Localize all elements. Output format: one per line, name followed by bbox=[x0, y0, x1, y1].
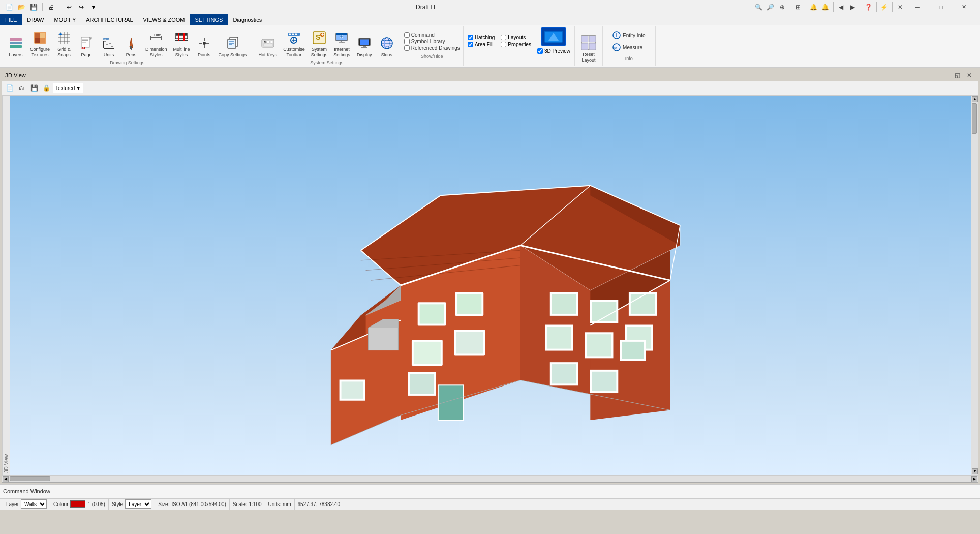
hatching-checkbox[interactable] bbox=[468, 35, 473, 40]
dimension-styles-button[interactable]: Dim DimensionStyles bbox=[143, 27, 170, 59]
units-label: Units bbox=[104, 52, 114, 58]
save-icon[interactable]: 💾 bbox=[28, 2, 39, 12]
svg-point-41 bbox=[203, 42, 206, 45]
area-fill-checkbox-row[interactable]: Area Fill bbox=[468, 42, 495, 47]
texture-value: Textured bbox=[55, 85, 75, 91]
bolt-icon[interactable]: ⚡ bbox=[879, 2, 890, 13]
menu-modify[interactable]: MODIFY bbox=[49, 14, 81, 25]
measure-button[interactable]: M Measure bbox=[610, 42, 648, 53]
search-icon[interactable]: 🔍 bbox=[753, 2, 764, 13]
layouts-checkbox[interactable] bbox=[501, 35, 506, 40]
scroll-right-button[interactable]: ▶ bbox=[971, 476, 977, 482]
referenced-drawings-checkbox-row[interactable]: Referenced Drawings bbox=[404, 45, 460, 51]
command-checkbox[interactable] bbox=[404, 32, 410, 38]
svg-rect-113 bbox=[457, 294, 481, 313]
scroll-up-button[interactable]: ▲ bbox=[972, 96, 978, 102]
arrow-right-icon[interactable]: ▶ bbox=[847, 2, 859, 13]
3d-preview-button[interactable] bbox=[541, 27, 566, 47]
menu-file[interactable]: FILE bbox=[0, 14, 22, 25]
scroll-down-button[interactable]: ▼ bbox=[972, 468, 978, 474]
skins-button[interactable]: Skins bbox=[376, 33, 397, 59]
hot-keys-button[interactable]: Alt Hot Keys bbox=[256, 33, 280, 59]
3d-preview-checkbox-row[interactable]: 3D Preview bbox=[537, 48, 570, 54]
bell2-icon[interactable]: 🔔 bbox=[820, 2, 831, 13]
entity-info-button[interactable]: i Entity Info bbox=[610, 29, 648, 41]
colour-swatch[interactable] bbox=[70, 500, 85, 508]
vertical-scrollbar[interactable]: ▲ ▼ bbox=[971, 96, 978, 475]
view-restore-button[interactable]: ◱ bbox=[952, 70, 963, 81]
3d-viewport[interactable] bbox=[10, 96, 971, 475]
pens-button[interactable]: Pens bbox=[120, 33, 142, 59]
maximize-button[interactable]: □ bbox=[929, 0, 953, 14]
internet-settings-button[interactable]: InternetSettings bbox=[331, 27, 353, 59]
close-button[interactable]: ✕ bbox=[953, 0, 976, 14]
page-button[interactable]: A4 Page bbox=[76, 33, 97, 59]
hot-keys-icon: Alt bbox=[260, 35, 276, 51]
customise-toolbar-icon bbox=[286, 29, 302, 46]
units-button[interactable]: mm Units bbox=[98, 33, 119, 59]
svg-rect-37 bbox=[175, 36, 188, 39]
redo-icon[interactable]: ↪ bbox=[76, 2, 86, 12]
dropdown-icon[interactable]: ▼ bbox=[88, 2, 99, 12]
menu-draw[interactable]: DRAW bbox=[22, 14, 49, 25]
texture-dropdown[interactable]: Textured ▼ bbox=[53, 83, 83, 93]
svg-rect-70 bbox=[336, 33, 347, 35]
symbol-library-checkbox[interactable] bbox=[404, 39, 410, 44]
configure-textures-button[interactable]: ConfigureTextures bbox=[27, 27, 52, 59]
display-button[interactable]: Display bbox=[354, 33, 375, 59]
3d-preview-checkbox[interactable] bbox=[537, 48, 543, 54]
command-checkbox-row[interactable]: Command bbox=[404, 32, 460, 38]
open-icon[interactable]: 📂 bbox=[16, 2, 26, 12]
view-save-icon[interactable]: 💾 bbox=[28, 82, 40, 94]
menu-architectural[interactable]: ARCHITECTURAL bbox=[81, 14, 138, 25]
menu-views-zoom[interactable]: VIEWS & ZOOM bbox=[138, 14, 190, 25]
grid-icon[interactable]: ⊞ bbox=[792, 2, 804, 13]
view-new-icon[interactable]: 📄 bbox=[4, 82, 15, 94]
layouts-checkbox-row[interactable]: Layouts bbox=[501, 35, 531, 40]
scroll-thumb-h[interactable] bbox=[10, 476, 50, 481]
horizontal-scrollbar[interactable]: ◀ ▶ bbox=[2, 475, 978, 482]
scale-value: 1:100 bbox=[249, 501, 262, 507]
properties-checkbox-row[interactable]: Properties bbox=[501, 42, 531, 47]
symbol-library-checkbox-row[interactable]: Symbol Library bbox=[404, 39, 460, 44]
undo-icon[interactable]: ↩ bbox=[64, 2, 74, 12]
page-icon: A4 bbox=[78, 35, 95, 51]
multiline-styles-button[interactable]: MultilineStyles bbox=[171, 27, 193, 59]
system-settings-group: Alt Hot Keys bbox=[253, 26, 401, 66]
copy-settings-button[interactable]: Copy Settings bbox=[216, 33, 250, 59]
3d-preview-checkbox-label: 3D Preview bbox=[544, 48, 570, 54]
menu-diagnostics[interactable]: Diagnostics bbox=[228, 14, 267, 25]
view-lock-icon[interactable]: 🔒 bbox=[41, 82, 52, 94]
reset-layout-button[interactable]: ResetLayout bbox=[578, 33, 599, 64]
pens-label: Pens bbox=[126, 52, 137, 58]
bell1-icon[interactable]: 🔔 bbox=[808, 2, 819, 13]
print-icon[interactable]: 🖨 bbox=[46, 2, 56, 12]
area-fill-checkbox[interactable] bbox=[468, 42, 473, 47]
new-icon[interactable]: 📄 bbox=[4, 2, 14, 12]
scroll-thumb-v[interactable] bbox=[972, 103, 977, 134]
scroll-left-button[interactable]: ◀ bbox=[3, 476, 9, 482]
zoom-icon[interactable]: 🔎 bbox=[765, 2, 776, 13]
system-settings-button[interactable]: S SystemSettings bbox=[309, 27, 330, 59]
grid-snaps-button[interactable]: Grid &Snaps bbox=[53, 27, 75, 59]
layer-dropdown[interactable]: Walls bbox=[21, 499, 47, 509]
ribbon-content: Layers ConfigureTextures bbox=[0, 25, 980, 67]
points-button[interactable]: Points bbox=[194, 33, 215, 59]
info-group-label: Info bbox=[625, 56, 633, 62]
arrow-left-icon[interactable]: ◀ bbox=[836, 2, 847, 13]
minimize-button[interactable]: ─ bbox=[906, 0, 929, 14]
customise-toolbar-button[interactable]: CustomiseToolbar bbox=[281, 27, 308, 59]
view-open-icon[interactable]: 🗂 bbox=[16, 82, 27, 94]
viewport-container: 3D View bbox=[2, 96, 978, 475]
layers-button[interactable]: Layers bbox=[5, 33, 26, 59]
zoom2-icon[interactable]: ⊕ bbox=[777, 2, 788, 13]
menu-settings[interactable]: SETTINGS bbox=[190, 14, 228, 25]
hatching-checkbox-row[interactable]: Hatching bbox=[468, 35, 495, 40]
referenced-drawings-checkbox[interactable] bbox=[404, 45, 410, 51]
style-dropdown[interactable]: Layer bbox=[125, 499, 151, 509]
svg-rect-30 bbox=[130, 46, 132, 49]
properties-checkbox[interactable] bbox=[501, 42, 506, 47]
view-close-button[interactable]: ✕ bbox=[964, 70, 975, 81]
help-icon[interactable]: ❓ bbox=[863, 2, 874, 13]
close-app-icon[interactable]: ✕ bbox=[895, 2, 906, 13]
